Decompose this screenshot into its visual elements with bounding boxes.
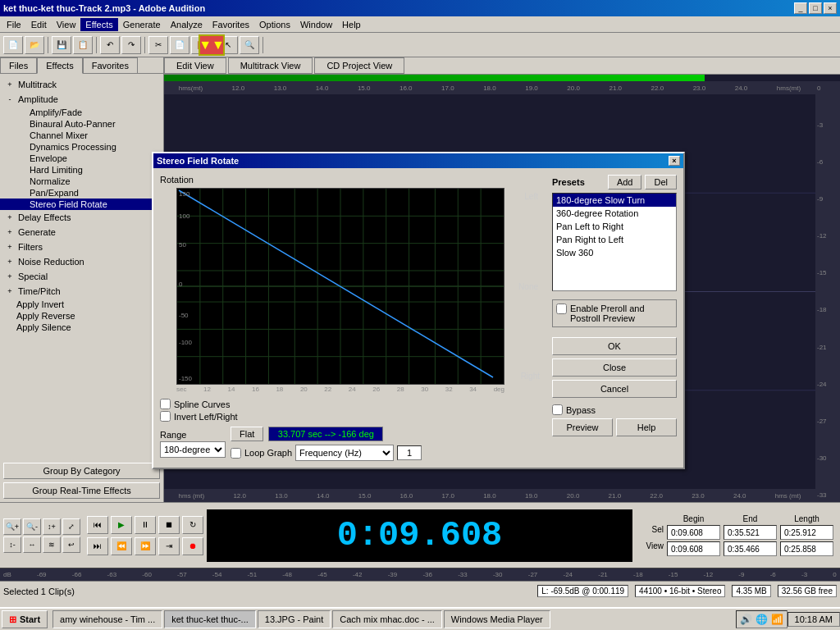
preroll-checkbox[interactable]: [556, 304, 567, 314]
tool-copy[interactable]: 📄: [170, 36, 189, 54]
tree-item-pan-expand[interactable]: Pan/Expand: [0, 187, 163, 199]
tool-redo[interactable]: ↷: [121, 36, 141, 54]
tree-item-normalize[interactable]: Normalize: [0, 176, 163, 187]
tool-open[interactable]: 📂: [25, 36, 44, 54]
tab-edit-view[interactable]: Edit View: [164, 57, 226, 74]
menu-favorites[interactable]: Favorites: [208, 18, 254, 31]
tool-save[interactable]: 💾: [52, 36, 71, 54]
tool-undo[interactable]: ↶: [100, 36, 120, 54]
ok-button[interactable]: OK: [552, 337, 677, 355]
dialog-close-button[interactable]: ×: [669, 156, 680, 166]
transport-record[interactable]: ⏺: [182, 537, 203, 555]
tool-save-as[interactable]: 📋: [73, 36, 93, 54]
transport-stop[interactable]: ⏹: [158, 516, 180, 534]
view-length-field[interactable]: [780, 541, 833, 556]
freq-select[interactable]: Frequency (Hz): [295, 445, 394, 461]
transport-to-end[interactable]: ⏭: [87, 537, 108, 555]
tree-item-noise[interactable]: +Noise Reduction: [0, 254, 163, 269]
taskbar-item-0[interactable]: amy winehouse - Tim ...: [52, 610, 162, 628]
close-button[interactable]: Close: [552, 358, 677, 377]
tab-multitrack-view[interactable]: Multitrack View: [228, 57, 313, 74]
window-controls[interactable]: _ □ ×: [794, 2, 837, 14]
minimize-button[interactable]: _: [794, 2, 807, 14]
tree-item-apply-invert[interactable]: Apply Invert: [0, 299, 163, 310]
zoom-out-v[interactable]: ↕-: [3, 536, 21, 553]
maximize-button[interactable]: □: [809, 2, 822, 14]
zoom-reset[interactable]: ↩: [62, 536, 80, 553]
tree-item-multitrack[interactable]: +Multitrack: [0, 77, 163, 92]
transport-to-endsel[interactable]: ⇥: [158, 537, 180, 555]
range-select[interactable]: 180-degree: [160, 441, 226, 458]
tree-item-dynamics[interactable]: Dynamics Processing: [0, 141, 163, 153]
transport-loop[interactable]: ↻: [182, 516, 203, 534]
tree-item-generate[interactable]: +Generate: [0, 225, 163, 240]
taskbar-item-4[interactable]: Windows Media Player: [444, 610, 550, 628]
flat-button[interactable]: Flat: [231, 427, 263, 441]
tree-item-envelope[interactable]: Envelope: [0, 153, 163, 164]
tab-files[interactable]: Files: [0, 57, 37, 73]
tree-item-hard-limiting[interactable]: Hard Limiting: [0, 164, 163, 176]
help-button[interactable]: Help: [616, 418, 677, 436]
tree-item-apply-reverse[interactable]: Apply Reverse: [0, 310, 163, 322]
transport-pause[interactable]: ⏸: [135, 516, 156, 534]
tree-item-filters[interactable]: +Filters: [0, 240, 163, 254]
tree-item-amplitude[interactable]: -Amplitude: [0, 92, 163, 107]
group-by-category-button[interactable]: Group By Category: [3, 463, 160, 479]
spline-curves-checkbox[interactable]: [160, 399, 171, 409]
del-preset-button[interactable]: Del: [645, 175, 677, 189]
cancel-button[interactable]: Cancel: [552, 380, 677, 398]
loop-value-input[interactable]: [397, 445, 422, 460]
tree-item-apply-silence[interactable]: Apply Silence: [0, 322, 163, 333]
tree-item-amplify[interactable]: Amplify/Fade: [0, 107, 163, 118]
close-button[interactable]: ×: [824, 2, 837, 14]
preset-item-0[interactable]: 180-degree Slow Turn: [553, 194, 676, 207]
tool-zoom[interactable]: 🔍: [240, 36, 259, 54]
transport-forward[interactable]: ⏩: [135, 537, 156, 555]
tree-item-stereo-rotate[interactable]: Stereo Field Rotate: [0, 199, 163, 210]
tree-item-delay[interactable]: +Delay Effects: [0, 210, 163, 225]
zoom-out-h[interactable]: 🔍-: [23, 518, 41, 535]
zoom-in-h[interactable]: 🔍+: [3, 518, 21, 535]
preset-item-3[interactable]: Pan Right to Left: [553, 233, 676, 246]
zoom-in-v[interactable]: ↕+: [43, 518, 61, 535]
tab-effects[interactable]: Effects: [37, 57, 82, 74]
tab-cd-project-view[interactable]: CD Project View: [314, 57, 404, 74]
bypass-checkbox[interactable]: [552, 404, 563, 415]
loop-graph-checkbox[interactable]: [231, 448, 241, 459]
zoom-full[interactable]: ⤢: [62, 518, 80, 535]
invert-checkbox[interactable]: [160, 411, 171, 422]
menu-options[interactable]: Options: [254, 18, 295, 31]
taskbar-item-1[interactable]: ket thuc-ket thuc-...: [164, 610, 256, 628]
tree-item-binaural[interactable]: Binaural Auto-Panner: [0, 118, 163, 130]
transport-to-start[interactable]: ⏮: [87, 516, 108, 534]
tool-new[interactable]: 📄: [3, 36, 23, 54]
group-realtime-button[interactable]: Group Real-Time Effects: [3, 482, 160, 499]
menu-help[interactable]: Help: [337, 18, 366, 31]
view-begin-field[interactable]: [667, 541, 720, 556]
zoom-wave[interactable]: ≋: [43, 536, 61, 553]
tree-item-channel[interactable]: Channel Mixer: [0, 130, 163, 141]
sel-begin-field[interactable]: [667, 525, 720, 540]
tab-favorites[interactable]: Favorites: [83, 57, 138, 73]
zoom-sel[interactable]: ↔: [23, 536, 41, 553]
tool-cut[interactable]: ✂: [148, 36, 168, 54]
sel-end-field[interactable]: [724, 525, 777, 540]
add-preset-button[interactable]: Add: [608, 175, 642, 189]
preview-button[interactable]: Preview: [552, 418, 613, 436]
tree-item-special[interactable]: +Special: [0, 269, 163, 284]
transport-back[interactable]: ⏪: [111, 537, 132, 555]
preset-item-2[interactable]: Pan Left to Right: [553, 220, 676, 233]
taskbar-item-3[interactable]: Cach mix mhac.doc - ...: [332, 610, 442, 628]
menu-view[interactable]: View: [52, 18, 81, 31]
transport-play[interactable]: ▶: [111, 516, 132, 534]
menu-window[interactable]: Window: [295, 18, 337, 31]
start-button[interactable]: ⊞ Start: [2, 610, 48, 628]
menu-file[interactable]: File: [2, 18, 26, 31]
preset-item-4[interactable]: Slow 360: [553, 246, 676, 259]
taskbar-item-2[interactable]: 13.JPG - Paint: [258, 610, 331, 628]
menu-edit[interactable]: Edit: [26, 18, 52, 31]
menu-effects[interactable]: Effects: [80, 18, 117, 31]
menu-generate[interactable]: Generate: [118, 18, 166, 31]
menu-analyze[interactable]: Analyze: [166, 18, 208, 31]
sel-length-field[interactable]: [780, 525, 833, 540]
